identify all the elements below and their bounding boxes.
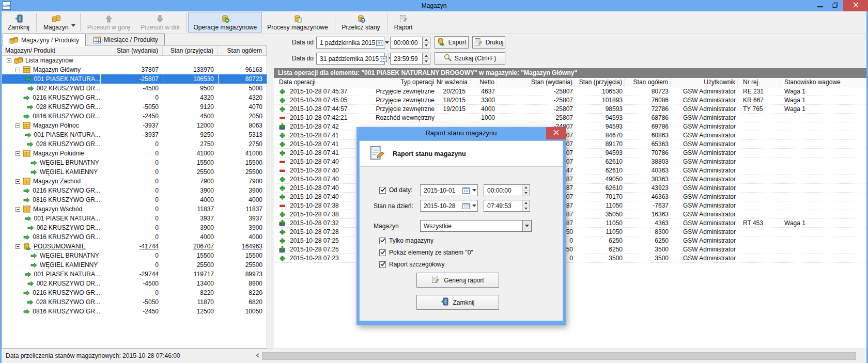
tree-expander[interactable] bbox=[16, 123, 20, 128]
tree-row-w-giel-kamienny[interactable]: WĘGIEL KAMIENNY02550025500 bbox=[2, 167, 267, 177]
print-button[interactable]: Drukuj bbox=[472, 36, 505, 49]
scrollbar-thumb[interactable] bbox=[262, 352, 856, 360]
from-date-input[interactable]: 2015-10-01 bbox=[420, 184, 478, 196]
tree-column-header[interactable]: Stan ogółem bbox=[218, 46, 267, 55]
ops-column-header-data-operacji[interactable]: Data operacji bbox=[274, 78, 364, 87]
operation-row[interactable]: 2015-10-28 07:45:37Przyjęcie zewnętrzne2… bbox=[274, 87, 866, 96]
dialog-checkbox-tylko-magazyny[interactable]: Tylko magazyny bbox=[379, 237, 433, 244]
checkbox-icon[interactable] bbox=[379, 187, 386, 194]
tree-row-w-giel-kamienny[interactable]: WĘGIEL KAMIENNY02550025500 bbox=[2, 260, 267, 270]
tree-expander[interactable] bbox=[16, 151, 20, 156]
search-button[interactable]: Szukaj (Ctrl+F) bbox=[435, 52, 505, 65]
spinner[interactable] bbox=[522, 185, 530, 196]
toolbar-button-procesy-magazynowe[interactable]: Procesy magazynowe bbox=[262, 12, 333, 33]
restore-button[interactable] bbox=[828, 0, 843, 11]
chevron-down-icon[interactable] bbox=[71, 21, 75, 28]
tree-row-w-giel-brunatny[interactable]: WĘGIEL BRUNATNY01550015500 bbox=[2, 251, 267, 260]
operation-row[interactable]: 2015-10-28 07:44:57Przyjęcie zewnętrzne1… bbox=[274, 105, 866, 114]
from-time-input[interactable]: 00:00:00 bbox=[484, 184, 530, 196]
tree-row-magazyn-g-wny[interactable]: Magazyn Główny-3780713397096163 bbox=[2, 65, 267, 74]
dialog-checkbox-raport-szczeg-owy[interactable]: Raport szczegółowy bbox=[379, 261, 444, 268]
tree-row-0816-kruszywo-gr[interactable]: 0816 KRUSZYWO GR...040004000 bbox=[2, 195, 267, 204]
close-button[interactable] bbox=[843, 0, 868, 11]
export-button[interactable]: Export bbox=[435, 36, 469, 49]
time-from-input[interactable]: 00:00:00 bbox=[390, 37, 430, 49]
tree-column-header[interactable]: Magazyn/ Produkt bbox=[2, 46, 100, 55]
tree-expander[interactable] bbox=[16, 244, 20, 249]
chevron-down-icon[interactable] bbox=[522, 220, 531, 231]
tree-expander[interactable] bbox=[16, 179, 20, 184]
chevron-down-icon[interactable] bbox=[471, 200, 477, 211]
tab-magazyny-produkty[interactable]: Magazyny / Produkty bbox=[3, 34, 86, 46]
tree-row-magazyn-wsch-d[interactable]: Magazyn Wschód01183711837 bbox=[2, 204, 267, 214]
tree-row-magazyn-po-udnie[interactable]: Magazyn Południe04100041000 bbox=[2, 149, 267, 158]
tree-row-0216-kruszywo-gr[interactable]: 0216 KRUSZYWO GR...043204320 bbox=[2, 93, 267, 102]
dialog-close-button[interactable] bbox=[546, 127, 566, 139]
magazyn-select[interactable]: Wszystkie bbox=[420, 220, 532, 232]
from-date-checkbox[interactable]: Od daty: bbox=[379, 186, 412, 194]
tree-row-028-kruszywo-gr[interactable]: 028 KRUSZYWO GR...027502750 bbox=[2, 139, 267, 149]
ops-column-header-nr-rej[interactable]: Nr rej. bbox=[738, 78, 780, 87]
ops-column-header-u-ytkownik[interactable]: Użytkownik bbox=[671, 78, 738, 87]
date-to-input[interactable]: 31 października 2015 bbox=[316, 53, 385, 65]
ops-column-header-stanowisko-wagowe[interactable]: Stanowisko wagowe bbox=[780, 78, 866, 87]
tree-row-001-piasek-natura[interactable]: 001 PIASEK NATURA...039373937 bbox=[2, 214, 267, 223]
chevron-down-icon[interactable] bbox=[384, 37, 389, 48]
spinner[interactable] bbox=[522, 200, 530, 211]
checkbox-icon[interactable] bbox=[379, 238, 386, 244]
tree-row-002-kruszywo-dr[interactable]: 002 KRUSZYWO DR...-450095005000 bbox=[2, 84, 267, 93]
chevron-down-icon[interactable] bbox=[471, 185, 477, 196]
ops-column-header-nr-wa-enia[interactable]: Nr ważenia bbox=[437, 78, 468, 87]
time-to-input[interactable]: 23:59:59 bbox=[390, 53, 430, 65]
ops-column-header-typ-operacji[interactable]: Typ operacji bbox=[364, 78, 437, 87]
checkbox-icon[interactable] bbox=[379, 261, 386, 268]
tree-row-028-kruszywo-gr[interactable]: 028 KRUSZYWO GR...-5050118706820 bbox=[2, 297, 267, 307]
tree-row-0216-kruszywo-gr[interactable]: 0216 KRUSZYWO GR...082208220 bbox=[2, 288, 267, 297]
tree-column-header[interactable]: Stan (przyjęcia) bbox=[163, 46, 218, 55]
operation-row[interactable]: 2015-10-28 07:45:05Przyjęcie zewnętrzne1… bbox=[274, 96, 866, 105]
tree-expander[interactable] bbox=[16, 207, 20, 212]
date-from-input[interactable]: 1 października 2015 bbox=[316, 37, 385, 49]
tree-row-001-piasek-natura[interactable]: 001 PIASEK NATURA...-2974411971789973 bbox=[2, 270, 267, 279]
ops-column-header-stan-w-ydania[interactable]: Stan (w​ydania) bbox=[497, 78, 575, 87]
tree-row-0816-kruszywo-gr[interactable]: 0816 KRUSZYWO GR...-24501250010050 bbox=[2, 307, 267, 316]
tree-row-0816-kruszywo-gr[interactable]: 0816 KRUSZYWO GR...040004000 bbox=[2, 232, 267, 242]
ops-column-header-stan-przyj-cia[interactable]: Stan (przyjęcia) bbox=[575, 78, 625, 87]
toolbar-button-przesu-w-g-r[interactable]: Przesuń w górę bbox=[82, 12, 135, 33]
minimize-button[interactable] bbox=[812, 0, 828, 11]
tree-expander[interactable] bbox=[16, 68, 20, 72]
toolbar-button-magazyn[interactable]: Magazyn bbox=[38, 12, 79, 33]
tree-row-0816-kruszywo-gr[interactable]: 0816 KRUSZYWO GR...-245045002050 bbox=[2, 112, 267, 121]
tree-row-magazyn-p-noc[interactable]: Magazyn Północ-3937120008063 bbox=[2, 121, 267, 130]
tree-row-w-giel-brunatny[interactable]: WĘGIEL BRUNATNY01550015500 bbox=[2, 158, 267, 167]
tree-row-lista-magazyn-w[interactable]: Lista magazynów bbox=[2, 56, 267, 65]
time-from-spinner[interactable] bbox=[422, 37, 430, 48]
tree-row-002-kruszywo-dr[interactable]: 002 KRUSZYWO DR...039003900 bbox=[2, 223, 267, 232]
toolbar-button-operacje-magazynowe[interactable]: Operacje magazynowe bbox=[188, 12, 262, 33]
dialog-zamknij-button[interactable]: Zamknij bbox=[416, 295, 499, 310]
operation-row[interactable]: 2015-10-28 07:42:21Rozchód wewnętrzny-10… bbox=[274, 114, 866, 122]
dialog-titlebar[interactable]: Raport stanu magazynu bbox=[359, 127, 563, 140]
tree-expander[interactable] bbox=[7, 58, 11, 63]
tree-row-0216-kruszywo-gr[interactable]: 0216 KRUSZYWO GR...039003900 bbox=[2, 186, 267, 195]
toolbar-button-przelicz-stany[interactable]: Przelicz stany bbox=[337, 12, 385, 33]
tree-row-magazyn-zach-d[interactable]: Magazyn Zachód079007900 bbox=[2, 177, 267, 186]
tree-row-001-piasek-natura[interactable]: 001 PIASEK NATURA...-2580710653080723 bbox=[2, 74, 267, 84]
tree-row-028-kruszywo-gr[interactable]: 028 KRUSZYWO GR...-505091204070 bbox=[2, 102, 267, 112]
horizontal-scrollbar[interactable] bbox=[253, 352, 866, 360]
tab-miesi-ce-produkty[interactable]: Miesiące / Produkty bbox=[87, 34, 165, 45]
dialog-checkbox-poka-elementy-ze-stanem-0[interactable]: Pokaż elementy ze stanem "0" bbox=[379, 249, 473, 256]
tree-column-header[interactable]: Stan (wydania) bbox=[100, 46, 163, 55]
toolbar-button-zamknij[interactable]: Zamknij bbox=[3, 12, 35, 33]
ops-column-header-netto[interactable]: Netto bbox=[468, 78, 497, 87]
toolbar-button-przesu-w-d[interactable]: Przesuń w dół bbox=[135, 12, 184, 33]
asof-date-input[interactable]: 2015-10-28 bbox=[420, 200, 478, 212]
tree-row-001-piasek-natura[interactable]: 001 PIASEK NATURA...-393792505313 bbox=[2, 130, 267, 139]
ops-column-header-stan-og-em[interactable]: Stan ogółem bbox=[625, 78, 671, 87]
toolbar-button-raport[interactable]: Raport bbox=[389, 12, 418, 33]
generate-report-button[interactable]: Generuj raport bbox=[416, 273, 499, 288]
scroll-left-button[interactable] bbox=[253, 352, 262, 360]
tree-row-podsumowanie[interactable]: PODSUMOWANIE-41744206707164963 bbox=[2, 242, 267, 251]
checkbox-icon[interactable] bbox=[379, 249, 386, 256]
time-to-spinner[interactable] bbox=[422, 53, 430, 64]
